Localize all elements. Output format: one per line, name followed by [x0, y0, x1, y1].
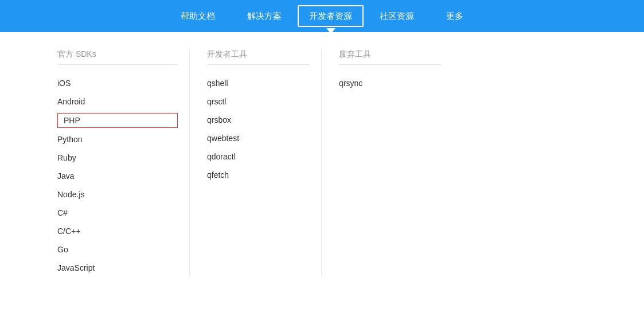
list-item-ruby[interactable]: Ruby	[57, 149, 178, 167]
navbar: 帮助文档 解决方案 开发者资源 社区资源 更多	[0, 0, 644, 32]
list-item-java[interactable]: Java	[57, 167, 178, 185]
list-item-php[interactable]: PHP	[57, 113, 178, 128]
list-item-python[interactable]: Python	[57, 130, 178, 149]
list-item-qwebtest[interactable]: qwebtest	[207, 129, 310, 147]
list-item-qrsctl[interactable]: qrsctl	[207, 92, 310, 111]
navbar-items: 帮助文档 解决方案 开发者资源 社区资源 更多	[165, 0, 479, 32]
list-item-qshell[interactable]: qshell	[207, 74, 310, 92]
list-item-qfetch[interactable]: qfetch	[207, 166, 310, 184]
deprecated-list: qrsync	[339, 74, 442, 92]
column-developer-tools: 开发者工具 qshell qrsctl qrsbox qwebtest qdor…	[189, 49, 321, 277]
navbar-item-developer-label: 开发者资源	[309, 11, 352, 22]
navbar-item-solutions-label: 解决方案	[247, 11, 282, 22]
column-deprecated-tools: 废弃工具 qrsync	[321, 49, 453, 277]
dropdown-menu: 官方 SDKs iOS Android PHP Python Ruby Java…	[0, 32, 644, 288]
column-official-sdks: 官方 SDKs iOS Android PHP Python Ruby Java…	[57, 49, 189, 277]
column-developer-tools-header: 开发者工具	[207, 49, 310, 65]
list-item-nodejs[interactable]: Node.js	[57, 185, 178, 204]
navbar-item-developer[interactable]: 开发者资源	[298, 5, 364, 27]
column-deprecated-tools-header: 废弃工具	[339, 49, 442, 65]
list-item-android[interactable]: Android	[57, 92, 178, 111]
sdk-list: iOS Android PHP Python Ruby Java Node.js…	[57, 74, 178, 277]
navbar-item-more-label: 更多	[446, 11, 463, 22]
list-item-csharp[interactable]: C#	[57, 204, 178, 222]
list-item-qrsbox[interactable]: qrsbox	[207, 111, 310, 129]
list-item-javascript[interactable]: JavaScript	[57, 259, 178, 277]
navbar-item-more[interactable]: 更多	[430, 0, 479, 32]
navbar-item-help-label: 帮助文档	[181, 11, 215, 22]
navbar-item-solutions[interactable]: 解决方案	[231, 0, 298, 32]
list-item-qdoractl[interactable]: qdoractl	[207, 147, 310, 166]
list-item-go[interactable]: Go	[57, 240, 178, 259]
navbar-item-community[interactable]: 社区资源	[364, 0, 430, 32]
column-official-sdks-header: 官方 SDKs	[57, 49, 178, 65]
tools-list: qshell qrsctl qrsbox qwebtest qdoractl q…	[207, 74, 310, 184]
list-item-ios[interactable]: iOS	[57, 74, 178, 92]
navbar-item-help[interactable]: 帮助文档	[165, 0, 231, 32]
list-item-qrsync[interactable]: qrsync	[339, 74, 442, 92]
navbar-item-community-label: 社区资源	[380, 11, 414, 22]
list-item-cpp[interactable]: C/C++	[57, 222, 178, 240]
